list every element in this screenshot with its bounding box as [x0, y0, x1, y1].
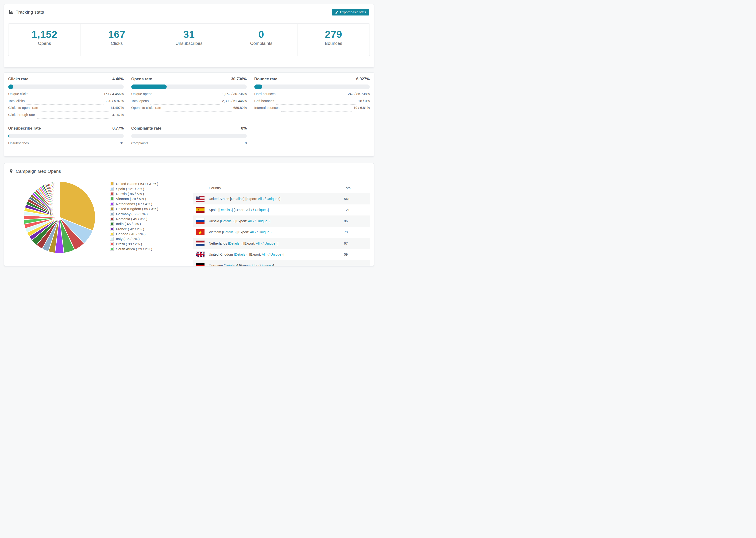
- legend-swatch: [110, 197, 114, 200]
- legend-item-france: France ( 42 / 2% ): [110, 227, 158, 232]
- export-prefix: ] [Export:: [242, 242, 256, 245]
- column-header-total: Total: [344, 186, 370, 190]
- legend-label: France ( 42 / 2% ): [116, 227, 144, 231]
- separator: /: [254, 219, 257, 223]
- legend-swatch: [110, 192, 114, 195]
- dotted-leader: [150, 104, 220, 105]
- rate-stat-value: 31: [120, 141, 124, 145]
- rate-stat-label: Hard bounces: [254, 92, 275, 96]
- total-cell: 59: [344, 252, 370, 256]
- legend-item-russia: Russia ( 86 / 5% ): [110, 191, 158, 196]
- details-link[interactable]: Details ›: [221, 219, 233, 223]
- export-unique-link[interactable]: Unique ›: [267, 197, 280, 201]
- legend-label: South Africa ( 29 / 2% ): [116, 247, 152, 251]
- separator: /: [268, 252, 270, 256]
- legend-item-germany: Germany ( 55 / 3% ): [110, 211, 158, 216]
- details-link[interactable]: Details ›: [229, 242, 242, 245]
- country-cell: Russia [Details ›] [Export: All › / Uniq…: [209, 219, 344, 223]
- flag-nl-icon: [196, 241, 204, 246]
- summary-stat-opens: 1,152Opens: [9, 24, 81, 56]
- rate-stat-row: Opens to clicks rate689.82%: [131, 106, 247, 113]
- rate-progress-bar: [131, 84, 247, 89]
- flag-us-icon: [196, 196, 204, 202]
- legend-swatch: [110, 212, 114, 216]
- summary-stat-label: Opens: [9, 41, 81, 46]
- export-unique-link[interactable]: Unique ›: [259, 230, 272, 234]
- legend-swatch: [110, 187, 114, 190]
- bracket: ]: [271, 230, 272, 234]
- rate-stat-label: Clicks to opens rate: [8, 106, 38, 110]
- bar-chart-icon: [9, 10, 13, 14]
- geo-opens-card: Campaign Geo Opens United States ( 541 /…: [4, 163, 374, 266]
- export-all-link[interactable]: All ›: [250, 230, 256, 234]
- separator: /: [262, 242, 265, 245]
- rate-stat-value: 242 / 86.738%: [348, 92, 370, 96]
- geo-opens-table: Country Total United States [Details ›] …: [193, 183, 370, 266]
- legend-item-netherlands: Netherlands ( 67 / 4% ): [110, 201, 158, 206]
- rate-stat-value: 18 / 0%: [358, 99, 370, 103]
- export-unique-link[interactable]: Unique ›: [255, 208, 268, 212]
- rate-percent: 4.46%: [112, 77, 124, 81]
- rate-stat-label: Opens to clicks rate: [131, 106, 161, 110]
- country-cell: United Kingdom [Details ›] [Export: All …: [209, 252, 344, 256]
- legend-swatch: [110, 247, 114, 251]
- legend-item-spain: Spain ( 121 / 7% ): [110, 186, 158, 191]
- details-link[interactable]: Details ›: [223, 230, 236, 234]
- legend-swatch: [110, 207, 114, 211]
- summary-stat-value: 1,152: [9, 28, 81, 40]
- legend-item-romania: Romania ( 49 / 3% ): [110, 216, 158, 221]
- rate-stat-value: 167 / 4.456%: [104, 92, 124, 96]
- rate-title: Opens rate: [131, 77, 152, 81]
- details-link[interactable]: Details ›: [235, 252, 247, 256]
- summary-stat-bounces: 279Bounces: [297, 24, 369, 56]
- total-cell: 79: [344, 230, 370, 234]
- export-all-link[interactable]: All ›: [246, 208, 252, 212]
- details-link[interactable]: Details ›: [219, 208, 232, 212]
- total-cell: 541: [344, 197, 370, 201]
- header-divider: [4, 20, 374, 20]
- export-unique-link[interactable]: Unique ›: [257, 219, 270, 223]
- legend-label: Romania ( 49 / 3% ): [116, 217, 147, 221]
- rate-stat-value: 2,303 / 61.446%: [222, 99, 247, 103]
- country-name: United States: [209, 197, 230, 201]
- map-pin-icon: [9, 169, 13, 174]
- export-unique-link[interactable]: Unique ›: [265, 242, 278, 245]
- export-unique-link[interactable]: Unique ›: [270, 252, 283, 256]
- legend-item-italy: Italy ( 36 / 2% ): [110, 237, 158, 241]
- rate-title: Bounce rate: [254, 77, 277, 81]
- dotted-leader: [276, 104, 356, 105]
- rate-progress-fill: [8, 84, 13, 89]
- export-basic-stats-button[interactable]: Export basic stats: [332, 9, 369, 16]
- rate-progress-bar: [8, 84, 124, 89]
- rate-percent: 0.77%: [112, 126, 124, 131]
- export-all-link[interactable]: All ›: [262, 252, 268, 256]
- summary-stat-value: 279: [297, 28, 369, 40]
- flag-vn-icon: [196, 229, 204, 235]
- export-unique-link[interactable]: Unique ›: [260, 264, 273, 266]
- export-all-link[interactable]: All ›: [256, 242, 262, 245]
- legend-swatch: [110, 182, 114, 186]
- country-cell: Netherlands [Details ›] [Export: All › /…: [209, 242, 344, 245]
- export-all-link[interactable]: All ›: [251, 264, 257, 266]
- rate-title: Unsubscribe rate: [8, 126, 41, 131]
- legend-label: Vietnam ( 79 / 5% ): [116, 197, 146, 201]
- bracket: ]: [279, 197, 280, 201]
- table-row-germany: Germany [Details ›] [Export: All › / Uni…: [193, 260, 370, 266]
- export-all-link[interactable]: All ›: [258, 197, 264, 201]
- legend-label: Netherlands ( 67 / 4% ): [116, 202, 152, 206]
- rate-progress-bar: [254, 84, 370, 89]
- summary-stat-label: Clicks: [81, 41, 153, 46]
- table-row-spain: Spain [Details ›] [Export: All › / Uniqu…: [193, 204, 370, 216]
- export-all-link[interactable]: All ›: [248, 219, 254, 223]
- flag-es-icon: [196, 207, 204, 213]
- rate-title: Complaints rate: [131, 126, 161, 131]
- details-link[interactable]: Details ›: [225, 264, 237, 266]
- rate-column-unsubscribe-rate: Unsubscribe rate0.77%Unsubscribes31: [8, 126, 124, 148]
- summary-stat-unsubscribes: 31Unsubscribes: [153, 24, 225, 56]
- details-link[interactable]: Details ›: [231, 197, 243, 201]
- total-cell: 67: [344, 242, 370, 245]
- geo-opens-title: Campaign Geo Opens: [16, 169, 61, 174]
- legend-label: Canada ( 40 / 2% ): [116, 232, 145, 236]
- rate-percent: 6.927%: [356, 77, 370, 81]
- rate-progress-fill: [8, 134, 9, 138]
